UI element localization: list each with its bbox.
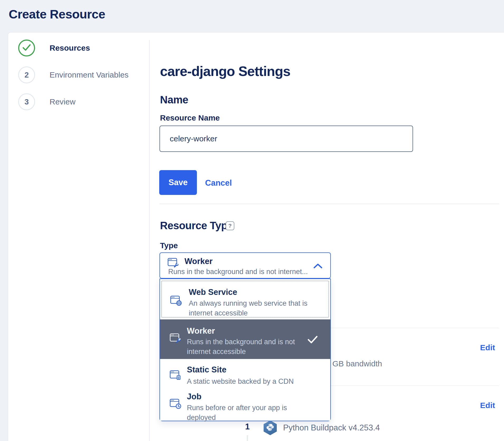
plan-edit-link[interactable]: Edit: [480, 343, 495, 352]
cancel-button[interactable]: Cancel: [205, 178, 232, 188]
sidebar-item-label: Resources: [50, 44, 90, 52]
selected-check-icon: [308, 336, 318, 344]
check-icon: [22, 44, 31, 52]
buildpack-connector-line: [247, 435, 248, 441]
sidebar-item-label: Review: [50, 97, 75, 106]
step-number-circle: 3: [18, 93, 35, 110]
save-button[interactable]: Save: [159, 170, 197, 195]
bandwidth-text: 0 GB bandwidth: [326, 359, 382, 368]
option-label: Worker: [187, 326, 215, 336]
section-divider: [159, 204, 499, 204]
option-description: A static website backed by a CDN: [187, 377, 294, 386]
option-description: Runs before or after your app is deploye…: [187, 403, 287, 423]
option-label: Static Site: [187, 365, 226, 375]
step-number-circle: 2: [18, 66, 35, 83]
type-label: Type: [160, 241, 178, 250]
web-service-icon: [170, 296, 182, 307]
python-logo-icon: [266, 423, 274, 433]
type-select-menu: Web Service An always running web servic…: [159, 279, 331, 421]
type-option-static-site[interactable]: Static Site A static website backed by a…: [160, 361, 330, 391]
buildpack-index: 1: [245, 422, 250, 432]
sidebar-item-resources[interactable]: Resources: [18, 40, 90, 56]
settings-heading: care-django Settings: [160, 63, 290, 79]
chevron-up-icon: [313, 263, 322, 270]
worker-icon: [168, 258, 179, 269]
type-select-trigger[interactable]: Worker Runs in the background and is not…: [159, 252, 331, 279]
option-label: Job: [187, 392, 201, 401]
sidebar-item-review[interactable]: 3 Review: [18, 93, 75, 110]
step-complete-circle: [18, 40, 35, 56]
job-icon: [170, 399, 181, 410]
option-description: An always running web service that is in…: [189, 299, 307, 318]
static-site-icon: [170, 370, 181, 381]
type-option-web-service[interactable]: Web Service An always running web servic…: [161, 281, 329, 318]
build-edit-link[interactable]: Edit: [480, 401, 495, 410]
help-icon[interactable]: ?: [226, 221, 234, 230]
resource-name-label: Resource Name: [160, 113, 220, 122]
worker-icon: [170, 333, 181, 344]
step-number: 2: [25, 71, 29, 79]
buildpack-name: Python Buildpack v4.253.4: [283, 423, 380, 433]
option-description: Runs in the background and is not intern…: [187, 337, 295, 357]
option-label: Web Service: [189, 287, 237, 297]
sidebar-item-label: Environment Variables: [50, 70, 129, 79]
page-title: Create Resource: [9, 7, 105, 21]
name-section-heading: Name: [160, 94, 188, 106]
selected-type-label: Worker: [185, 257, 212, 266]
type-option-worker-selected[interactable]: Worker Runs in the background and is not…: [160, 319, 330, 359]
sidebar-item-environment-variables[interactable]: 2 Environment Variables: [18, 66, 129, 83]
create-resource-screen: Create Resource Resources 2 Environment …: [0, 0, 504, 441]
type-option-job[interactable]: Job Runs before or after your app is dep…: [160, 391, 330, 421]
step-number: 3: [25, 98, 29, 106]
resource-name-input[interactable]: [159, 126, 413, 152]
resource-type-heading: Resource Type: [160, 220, 233, 232]
sidebar-divider: [149, 40, 150, 441]
selected-type-description: Runs in the background and is not intern…: [168, 268, 308, 276]
